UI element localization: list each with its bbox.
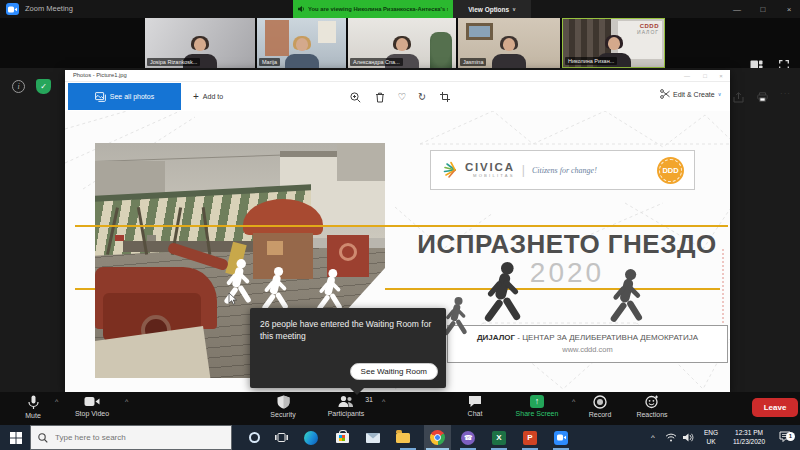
see-all-photos-button[interactable]: See all photos	[68, 83, 181, 110]
notification-message: 26 people have entered the Waiting Room …	[260, 318, 436, 343]
shared-screen-area: i ✓ Photos - Picture1.jpg — □ × See all …	[0, 68, 800, 392]
zoom-meeting-window: Zoom Meeting You are viewing Николина Ри…	[0, 0, 800, 450]
favorite-heart-icon[interactable]: ♡	[395, 91, 409, 103]
photos-maximize-button[interactable]: □	[697, 71, 713, 81]
slide-title: ИСПРАЗНЕТО ГНЕЗДО	[413, 229, 721, 260]
participant-video-jasmina[interactable]: Jasmina	[458, 18, 560, 68]
print-icon[interactable]	[755, 91, 769, 103]
reactions-button[interactable]: Reactions	[626, 395, 678, 418]
mute-options-caret[interactable]: ^	[55, 398, 58, 405]
powerpoint-icon[interactable]: P	[521, 425, 539, 450]
ddd-logo: DDD	[657, 157, 684, 184]
wifi-icon[interactable]	[663, 425, 679, 450]
participant-name: Marija	[259, 58, 280, 66]
meeting-info-icon[interactable]: i	[12, 80, 25, 93]
dialog-org-box: ДИЈАЛОГ - ЦЕНТАР ЗА ДЕЛИБЕРАТИВНА ДЕМОКР…	[447, 325, 728, 363]
participant-video-nikolina-active-speaker[interactable]: CDDD ИАЛОГ Николина Ризан...	[562, 18, 665, 68]
file-explorer-icon[interactable]	[394, 425, 412, 450]
microsoft-store-icon[interactable]	[333, 425, 351, 450]
edit-and-create-button[interactable]: Edit & Create ∨	[660, 89, 721, 99]
chat-button[interactable]: Chat	[452, 395, 498, 417]
search-icon	[38, 433, 48, 443]
stop-video-button[interactable]: Stop Video	[62, 395, 122, 417]
photos-close-button[interactable]: ×	[713, 71, 729, 81]
time: 12:31 PM	[735, 429, 763, 437]
windows-logo-icon	[10, 432, 22, 444]
viber-icon[interactable]: ☎	[459, 425, 477, 450]
windows-taskbar: ☎ X P ^ ENG UK 12:31 PM 11/23/2020	[0, 425, 800, 450]
participant-name: Николина Ризан...	[565, 57, 617, 65]
encryption-shield-icon[interactable]: ✓	[36, 79, 51, 94]
phone-icon: ☎	[464, 434, 473, 442]
volume-icon[interactable]	[681, 425, 696, 450]
photos-title-bar: Photos - Picture1.jpg — □ ×	[65, 70, 730, 82]
search-input[interactable]	[53, 432, 213, 443]
share-screen-button[interactable]: ↑ Share Screen	[505, 395, 569, 417]
participant-video-marija[interactable]: Marija	[257, 18, 346, 68]
delete-icon[interactable]	[373, 91, 387, 103]
photos-gallery-icon	[95, 92, 106, 102]
gold-divider-line	[75, 225, 728, 227]
participants-icon	[338, 395, 354, 408]
photos-minimize-button[interactable]: —	[679, 71, 695, 81]
chevron-down-icon: ∨	[512, 6, 516, 12]
crop-icon[interactable]	[438, 91, 452, 103]
slide-year: 2020	[413, 257, 721, 289]
plus-icon: +	[193, 91, 199, 102]
tray-overflow-caret[interactable]: ^	[646, 425, 660, 450]
participant-name: Josipa Rizankosk...	[147, 58, 200, 66]
share-options-caret[interactable]: ^	[572, 398, 575, 405]
minimize-button[interactable]: —	[726, 0, 748, 18]
participant-video-aleksandra[interactable]: Александра Спа...	[348, 18, 456, 68]
action-center-icon[interactable]: 1	[776, 425, 794, 450]
maximize-button[interactable]: □	[752, 0, 774, 18]
participants-button[interactable]: Participants 31	[315, 395, 377, 417]
record-button[interactable]: Record	[578, 395, 622, 418]
start-button[interactable]	[6, 425, 26, 450]
person-silhouette	[488, 36, 530, 68]
view-options-button[interactable]: View Options ∨	[453, 0, 531, 18]
photos-toolbar: See all photos + Add to ♡ ↻	[65, 82, 730, 111]
mouse-cursor	[228, 291, 237, 309]
language-indicator[interactable]: ENG UK	[698, 425, 724, 450]
zoom-logo-icon	[6, 3, 19, 15]
white-running-figure	[261, 267, 290, 314]
zoom-in-icon[interactable]	[348, 91, 362, 103]
org-name: ДИЈАЛОГ	[477, 333, 515, 342]
video-camera-icon	[84, 395, 100, 408]
leave-meeting-button[interactable]: Leave	[752, 398, 798, 417]
excel-icon[interactable]: X	[490, 425, 508, 450]
share-icon[interactable]	[731, 91, 745, 103]
zoom-app-icon[interactable]	[552, 425, 570, 450]
divider: |	[522, 163, 525, 177]
taskbar-search[interactable]	[30, 425, 232, 450]
security-button[interactable]: Security	[255, 395, 311, 418]
video-options-caret[interactable]: ^	[125, 398, 128, 405]
notification-tail	[350, 388, 364, 395]
participant-video-josipa[interactable]: Josipa Rizankosk...	[145, 18, 255, 68]
photos-window-title: Photos - Picture1.jpg	[73, 72, 127, 78]
window-title: Zoom Meeting	[25, 4, 73, 13]
civica-tagline: Citizens for change!	[532, 166, 597, 175]
edge-icon[interactable]	[302, 425, 320, 450]
add-to-button[interactable]: + Add to	[193, 82, 223, 111]
task-view-icon[interactable]	[272, 425, 290, 450]
participants-options-caret[interactable]: ^	[382, 398, 385, 405]
mail-icon[interactable]	[364, 425, 382, 450]
running-figure	[483, 262, 523, 327]
civica-burst-icon	[441, 161, 458, 179]
clock[interactable]: 12:31 PM 11/23/2020	[726, 425, 772, 450]
speaker-icon	[298, 5, 305, 13]
rotate-icon[interactable]: ↻	[415, 91, 429, 103]
record-icon	[593, 395, 607, 409]
more-options-icon[interactable]: ···	[780, 89, 791, 98]
civica-logo-bar: CIVICA MOBILITAS | Citizens for change! …	[430, 150, 695, 190]
mute-button[interactable]: Mute	[8, 395, 58, 419]
close-button[interactable]: ×	[778, 0, 800, 18]
cortana-icon[interactable]	[245, 425, 263, 450]
civica-wordmark: CIVICA MOBILITAS	[465, 162, 515, 179]
chrome-icon-active[interactable]	[424, 425, 451, 450]
see-waiting-room-button[interactable]: See Waiting Room	[350, 363, 438, 380]
notification-count-badge: 1	[786, 432, 795, 441]
running-figure	[443, 297, 468, 338]
